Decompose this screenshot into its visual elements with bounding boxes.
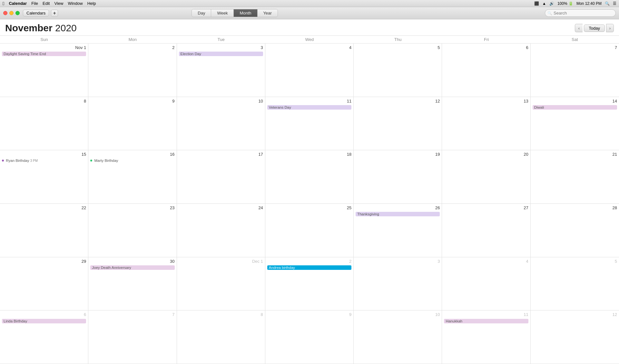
- cell-nov15[interactable]: 15 Ryan Birthday 3 PM: [0, 150, 88, 203]
- date-dec6: 6: [2, 312, 86, 318]
- date-dec12: 12: [533, 312, 617, 318]
- cell-nov28[interactable]: 28: [531, 204, 619, 257]
- cell-nov11[interactable]: 11 Veterans Day: [265, 97, 354, 150]
- calendars-button[interactable]: Calendars: [23, 10, 49, 16]
- cell-dec12[interactable]: 12: [531, 310, 619, 364]
- event-election-day[interactable]: Election Day: [179, 52, 263, 56]
- event-marty-birthday[interactable]: Marty Birthday: [90, 159, 174, 162]
- event-thanksgiving[interactable]: Thanksgiving: [356, 212, 440, 216]
- edit-menu[interactable]: Edit: [43, 1, 50, 6]
- calendar-menu[interactable]: Calendar: [9, 1, 27, 6]
- cell-nov2[interactable]: 2: [88, 44, 177, 97]
- date-nov7: 7: [533, 45, 617, 51]
- traffic-lights: [3, 11, 20, 15]
- cell-dec8[interactable]: 8: [177, 310, 265, 364]
- cell-nov16[interactable]: 16 Marty Birthday: [88, 150, 177, 203]
- cell-nov18[interactable]: 18: [265, 150, 354, 203]
- date-nov4: 4: [267, 45, 351, 51]
- cell-nov12[interactable]: 12: [354, 97, 442, 150]
- week-6: 6 Linda Birthday 7 8 9 10 11 Hanukkah 12: [0, 310, 619, 364]
- cell-dec6[interactable]: 6 Linda Birthday: [0, 310, 88, 364]
- event-joey-death-anniversary[interactable]: Joey Death Anniversary: [90, 265, 174, 270]
- calendar-main: November 2020 ‹ Today › Sun Mon Tue Wed …: [0, 19, 619, 364]
- cell-dec11[interactable]: 11 Hanukkah: [442, 310, 530, 364]
- event-andrea-birthday[interactable]: Andrea birthday: [267, 265, 351, 270]
- cell-dec7[interactable]: 7: [88, 310, 177, 364]
- search-input[interactable]: [545, 9, 616, 17]
- date-nov20: 20: [444, 152, 528, 157]
- cell-dec4[interactable]: 4: [442, 257, 530, 310]
- cell-nov13[interactable]: 13: [442, 97, 530, 150]
- cell-nov8[interactable]: 8: [0, 97, 88, 150]
- today-button[interactable]: Today: [584, 25, 605, 32]
- tab-month[interactable]: Month: [234, 9, 257, 17]
- tab-week[interactable]: Week: [211, 9, 234, 17]
- date-nov11: 11: [267, 98, 351, 104]
- cell-nov25[interactable]: 25: [265, 204, 354, 257]
- cell-nov7[interactable]: 7: [531, 44, 619, 97]
- cell-nov9[interactable]: 9: [88, 97, 177, 150]
- minimize-button[interactable]: [9, 11, 14, 15]
- add-calendar-button[interactable]: +: [51, 10, 58, 17]
- date-nov5: 5: [356, 45, 440, 51]
- date-nov3: 3: [179, 45, 263, 51]
- date-dec3: 3: [356, 259, 440, 264]
- maximize-button[interactable]: [15, 11, 20, 15]
- cell-dec5[interactable]: 5: [531, 257, 619, 310]
- next-month-button[interactable]: ›: [606, 24, 614, 32]
- day-header-sun: Sun: [0, 36, 88, 43]
- help-menu[interactable]: Help: [87, 1, 96, 6]
- event-linda-birthday[interactable]: Linda Birthday: [2, 319, 86, 323]
- tab-day[interactable]: Day: [192, 9, 211, 17]
- tab-year[interactable]: Year: [258, 9, 278, 17]
- cell-nov29[interactable]: 29: [0, 257, 88, 310]
- event-hanukkah[interactable]: Hanukkah: [444, 319, 528, 323]
- cell-nov14[interactable]: 14 Diwali: [531, 97, 619, 150]
- file-menu[interactable]: File: [31, 1, 38, 6]
- cell-nov4[interactable]: 4: [265, 44, 354, 97]
- cell-dec1[interactable]: Dec 1: [177, 257, 265, 310]
- close-button[interactable]: [3, 11, 7, 15]
- cell-nov17[interactable]: 17: [177, 150, 265, 203]
- cell-nov23[interactable]: 23: [88, 204, 177, 257]
- date-nov22: 22: [2, 205, 86, 211]
- cell-nov30[interactable]: 30 Joey Death Anniversary: [88, 257, 177, 310]
- view-menu[interactable]: View: [54, 1, 63, 6]
- day-header-tue: Tue: [177, 36, 265, 43]
- day-header-fri: Fri: [442, 36, 530, 43]
- event-diwali[interactable]: Diwali: [533, 105, 617, 110]
- event-veterans-day[interactable]: Veterans Day: [267, 105, 351, 110]
- cell-nov20[interactable]: 20: [442, 150, 530, 203]
- notifications-icon[interactable]: ☰: [613, 1, 616, 6]
- cell-nov27[interactable]: 27: [442, 204, 530, 257]
- week-1: Nov 1 Daylight Saving Time End 2 3 Elect…: [0, 44, 619, 97]
- spotlight-icon[interactable]: 🔍: [605, 1, 610, 6]
- event-ryan-birthday[interactable]: Ryan Birthday 3 PM: [2, 159, 86, 162]
- cell-nov19[interactable]: 19: [354, 150, 442, 203]
- date-nov15: 15: [2, 152, 86, 157]
- prev-month-button[interactable]: ‹: [575, 24, 583, 32]
- cell-nov21[interactable]: 21: [531, 150, 619, 203]
- date-dec5: 5: [533, 259, 617, 264]
- cell-nov26[interactable]: 26 Thanksgiving: [354, 204, 442, 257]
- window-menu[interactable]: Window: [68, 1, 83, 6]
- event-daylight-saving[interactable]: Daylight Saving Time End: [2, 52, 86, 56]
- cell-dec9[interactable]: 9: [265, 310, 354, 364]
- cell-dec10[interactable]: 10: [354, 310, 442, 364]
- cell-dec3[interactable]: 3: [354, 257, 442, 310]
- date-nov8: 8: [2, 98, 86, 104]
- cell-nov22[interactable]: 22: [0, 204, 88, 257]
- cell-dec2[interactable]: 2 Andrea birthday: [265, 257, 354, 310]
- monitor-icon: ⬛: [534, 1, 539, 6]
- cell-nov3[interactable]: 3 Election Day: [177, 44, 265, 97]
- cell-nov10[interactable]: 10: [177, 97, 265, 150]
- day-header-thu: Thu: [354, 36, 442, 43]
- cell-nov24[interactable]: 24: [177, 204, 265, 257]
- apple-menu[interactable]: : [3, 1, 4, 6]
- week-2: 8 9 10 11 Veterans Day 12 13 14 Diwali: [0, 97, 619, 151]
- cell-nov1[interactable]: Nov 1 Daylight Saving Time End: [0, 44, 88, 97]
- cell-nov5[interactable]: 5: [354, 44, 442, 97]
- date-dec11: 11: [444, 312, 528, 318]
- cell-nov6[interactable]: 6: [442, 44, 530, 97]
- wifi-icon: ▲: [542, 1, 546, 6]
